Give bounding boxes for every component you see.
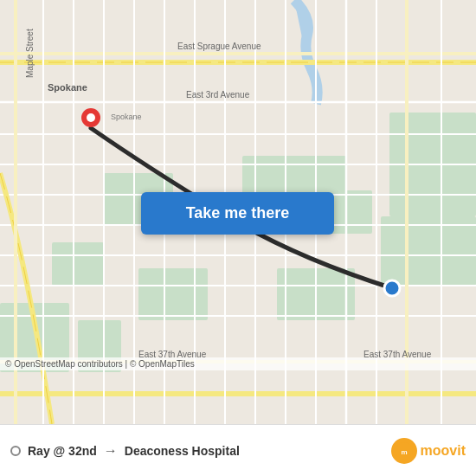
destination-label: Deaconess Hospital (125, 444, 240, 458)
route-arrow-icon: → (104, 443, 118, 459)
origin-label: Ray @ 32nd (28, 444, 97, 458)
svg-text:Spokane: Spokane (111, 113, 142, 121)
map-attribution: © OpenStreetMap contributors | © OpenMap… (0, 357, 476, 370)
moovit-label: moovit (421, 443, 466, 459)
moovit-logo: m moovit (391, 438, 466, 464)
svg-point-42 (87, 113, 95, 122)
svg-rect-11 (381, 216, 476, 286)
svg-text:Maple Street: Maple Street (25, 29, 35, 78)
svg-text:East 3rd Avenue: East 3rd Avenue (186, 90, 250, 100)
svg-rect-4 (52, 242, 104, 286)
route-info: Ray @ 32nd → Deaconess Hospital (10, 443, 391, 459)
svg-point-40 (384, 280, 400, 296)
map-container: Maple Street East Sprague Avenue East 3r… (0, 0, 476, 424)
svg-text:m: m (401, 448, 407, 456)
svg-text:Spokane: Spokane (48, 82, 87, 93)
svg-text:East Sprague Avenue: East Sprague Avenue (177, 42, 261, 51)
origin-icon (10, 446, 21, 456)
bottom-bar: Ray @ 32nd → Deaconess Hospital m moovit (0, 424, 476, 476)
moovit-icon: m (391, 438, 417, 464)
svg-rect-6 (138, 268, 208, 320)
take-me-there-button[interactable]: Take me there (141, 192, 334, 235)
